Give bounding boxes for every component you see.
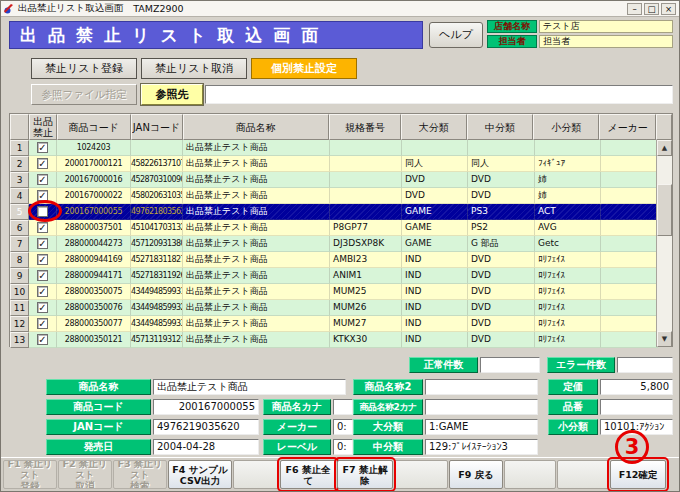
ban-checkbox[interactable]: ✓	[37, 222, 48, 233]
record-label-field[interactable]: 0:	[333, 439, 353, 455]
cell-jan: 4527183118276	[131, 252, 183, 268]
help-button[interactable]: ヘルプ	[429, 22, 483, 48]
footer-button-f7[interactable]: F7 禁止解除	[337, 460, 393, 489]
table-row[interactable]: 3✓2001670000164528703100903出品禁止テスト商品DVDD…	[10, 172, 672, 188]
window-title: 出品禁止リスト取込画面	[18, 2, 123, 15]
header-ban: 出品 禁止	[29, 114, 57, 140]
tab-individual-ban-setting[interactable]: 個別禁止設定	[251, 58, 357, 79]
ban-checkbox[interactable]: ✓	[37, 270, 48, 281]
cell-mak	[601, 236, 658, 252]
ban-checkbox[interactable]: ✓	[37, 318, 48, 329]
jan-code-field[interactable]: 4976219035620	[153, 419, 259, 435]
header-standard-number: 規格番号	[329, 114, 401, 140]
scrollbar-thumb[interactable]	[657, 184, 672, 236]
part-number-field[interactable]	[600, 399, 673, 415]
table-row[interactable]: 6✓2880000375014510417031321出品禁止テスト商品P8GP…	[10, 220, 672, 236]
browse-button[interactable]: 参照先	[141, 84, 203, 105]
cell-mak	[601, 204, 658, 220]
normal-count-field[interactable]	[480, 357, 540, 373]
normal-count-label: 正常件数	[409, 357, 478, 373]
footer-button-f4[interactable]: F4 サンプル CSV出力	[168, 460, 232, 489]
ban-checkbox[interactable]: ✓	[37, 286, 48, 297]
table-row[interactable]: 10✓2880003500754344948599319出品禁止テスト商品MUM…	[10, 284, 672, 300]
file-path-field[interactable]	[205, 85, 673, 104]
staff-field[interactable]: 担当者	[539, 35, 673, 48]
tab-ban-list-cancel[interactable]: 禁止リスト取消	[141, 58, 247, 79]
store-name-field[interactable]: テスト店	[539, 20, 673, 33]
cell-chu: DVD	[468, 268, 535, 284]
error-count-field[interactable]	[617, 357, 673, 373]
table-row[interactable]: 7✓2880000442734571209313803出品禁止テスト商品DJ3D…	[10, 236, 672, 252]
table-row[interactable]: 9✓2880009441714527183119269出品禁止テスト商品ANIM…	[10, 268, 672, 284]
ban-checkbox[interactable]: ✓	[37, 190, 48, 201]
cell-name: 出品禁止テスト商品	[183, 140, 330, 156]
product-code-field[interactable]: 200167000055	[153, 399, 259, 415]
product-name-field[interactable]: 出品禁止テスト商品	[153, 379, 346, 395]
cell-chk: ✓	[29, 220, 57, 236]
cell-sho: ﾛﾘﾌｪｲｽ	[535, 284, 601, 300]
ban-checkbox[interactable]: ✓	[37, 254, 48, 265]
cell-sho: 姉	[535, 172, 601, 188]
release-date-label: 発売日	[46, 439, 151, 455]
product-name-kana-label: 商品名カナ	[263, 399, 331, 415]
cell-dai: DVD	[402, 188, 468, 204]
ban-checkbox[interactable]	[37, 206, 48, 217]
cell-code: 288000350077	[57, 316, 131, 332]
table-row[interactable]: 12✓2880003500774344948599333出品禁止テスト商品MUM…	[10, 316, 672, 332]
scroll-down-icon[interactable]: ▼	[657, 331, 672, 347]
cell-num: 6	[10, 220, 29, 236]
list-price-field[interactable]: 5,800	[600, 379, 673, 395]
cell-chu: DVD	[468, 316, 535, 332]
table-row[interactable]: 11✓2880003500764344948599326出品禁止テスト商品MUM…	[10, 300, 672, 316]
ban-checkbox[interactable]: ✓	[37, 334, 48, 345]
cell-num: 2	[10, 156, 29, 172]
table-row[interactable]: 8✓2880009441694527183118276出品禁止テスト商品AMBI…	[10, 252, 672, 268]
cell-mak	[601, 332, 658, 348]
ban-checkbox[interactable]: ✓	[37, 302, 48, 313]
cell-mak	[601, 252, 658, 268]
cell-chk: ✓	[29, 252, 57, 268]
product-name-kana-field[interactable]	[333, 399, 353, 415]
scroll-up-icon[interactable]: ▲	[657, 140, 672, 156]
file-specify-button[interactable]: 参照ファイル指定	[31, 84, 137, 105]
ban-checkbox[interactable]: ✓	[37, 238, 48, 249]
maximize-icon[interactable]: □	[644, 3, 659, 15]
footer-button-f3[interactable]: F3 禁止リスト 検索	[113, 460, 167, 489]
cell-name: 出品禁止テスト商品	[183, 156, 330, 172]
table-row[interactable]: 52001670000554976218035620出品禁止テスト商品GAMEP…	[10, 204, 672, 220]
cell-code: 288000350075	[57, 284, 131, 300]
close-icon[interactable]: ×	[661, 3, 676, 15]
ban-checkbox[interactable]: ✓	[37, 174, 48, 185]
header-product-name: 商品名称	[183, 114, 330, 140]
footer-button-f2[interactable]: F2 禁止リスト 取消	[58, 460, 112, 489]
cell-chk: ✓	[29, 316, 57, 332]
footer-button-f1[interactable]: F1 禁止リスト 登録	[3, 460, 57, 489]
record-label-label: レーベル	[263, 439, 331, 455]
staff-label: 担当者	[487, 35, 537, 48]
product-code-label: 商品コード	[46, 399, 151, 415]
major-category-field[interactable]: 1:GAME	[425, 419, 538, 435]
table-row[interactable]: 2✓2000170001214582261371076出品禁止テスト商品同人同人…	[10, 156, 672, 172]
minimize-icon[interactable]: –	[627, 3, 642, 15]
ban-checkbox[interactable]: ✓	[37, 142, 48, 153]
footer-button-f9[interactable]: F9 戻る	[449, 460, 503, 489]
tab-ban-list-register[interactable]: 禁止リスト登録	[31, 58, 137, 79]
maker-field[interactable]: 0:	[333, 419, 353, 435]
titlebar: 出品禁止リスト取込画面 TAMZ2900 – □ ×	[1, 1, 679, 17]
ban-checkbox[interactable]: ✓	[37, 158, 48, 169]
footer-button-f12[interactable]: F12確定	[610, 460, 666, 489]
cell-num: 7	[10, 236, 29, 252]
cell-num: 3	[10, 172, 29, 188]
product-name2-kana-field[interactable]	[425, 399, 538, 415]
table-row[interactable]: 4✓2001670000224580206310357出品禁止テスト商品DVDD…	[10, 188, 672, 204]
vertical-scrollbar[interactable]: ▲ ▼	[656, 140, 672, 347]
table-row[interactable]: 13✓2880003501214571311931213出品禁止テスト商品KTK…	[10, 332, 672, 348]
cell-sho: ﾌｨｷﾞｭｱ	[535, 156, 601, 172]
release-date-field[interactable]: 2004-04-28	[153, 439, 259, 455]
table-row[interactable]: 1✓1024203出品禁止テスト商品	[10, 140, 672, 156]
middle-category-field[interactable]: 129:ﾌﾟﾚｲｽﾃｰｼｮﾝ3	[425, 439, 538, 455]
product-name2-field[interactable]	[425, 379, 538, 395]
cell-code: 288000037501	[57, 220, 131, 236]
cell-num: 12	[10, 316, 29, 332]
footer-button-f6[interactable]: F6 禁止全て	[280, 460, 336, 489]
